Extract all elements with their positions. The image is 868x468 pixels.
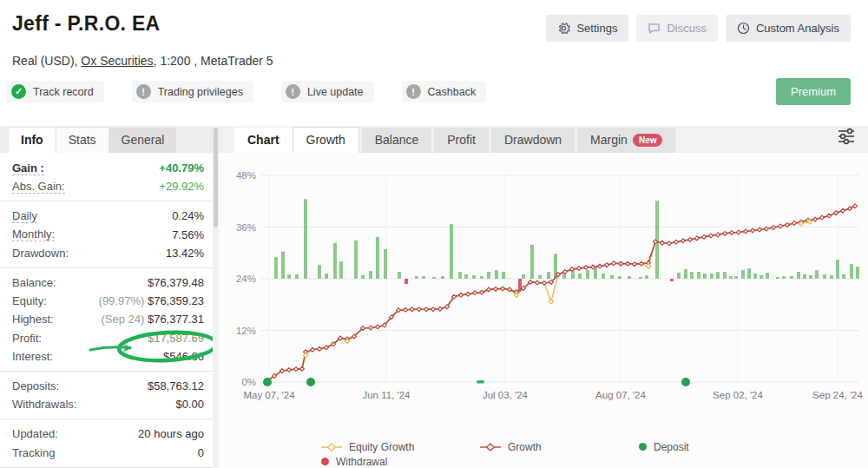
stat-row-updated: Updated: 20 hours ago (0, 425, 213, 443)
withdrawal-dot-icon (321, 458, 329, 465)
deposit-dot-icon (639, 443, 647, 451)
stats-sidebar: Info Stats General Gain : +40.79% Abs. G… (0, 126, 213, 468)
divider (0, 267, 213, 268)
tab-profit[interactable]: Profit (434, 128, 489, 153)
growth-chart-svg: May 07, '24Jun 11, '24Jul 03, '24Aug 07,… (219, 153, 868, 413)
growth-chart: May 07, '24Jun 11, '24Jul 03, '24Aug 07,… (219, 153, 868, 468)
stat-row-withdrawals: Withdrawals: $0.00 (0, 395, 213, 413)
profit-value: $17,587.69 (148, 332, 204, 345)
svg-text:Aug 07, '24: Aug 07, '24 (595, 390, 646, 400)
custom-analysis-button[interactable]: Custom Analysis (726, 15, 851, 42)
account-subtitle: Real (USD), Ox Securities, 1:200 , MetaT… (12, 54, 273, 68)
verification-badges: ✓ Track record ! Trading privileges ! Li… (7, 81, 486, 102)
stat-row-balance: Balance: $76,379.48 (0, 274, 213, 292)
account-type: Real (USD), (12, 54, 81, 68)
interest-value: $546.66 (163, 350, 204, 363)
exclamation-icon: ! (136, 84, 151, 99)
tab-chart[interactable]: Chart (234, 128, 293, 153)
chart-tab-bar: Chart Growth Balance Profit Drawdown Mar… (219, 126, 868, 153)
stats-list: Gain : +40.79% Abs. Gain: +29.92% Daily … (0, 153, 213, 462)
exclamation-icon: ! (286, 84, 300, 99)
svg-text:Sep 24, '24: Sep 24, '24 (812, 390, 863, 400)
account-platform: , 1:200 , MetaTrader 5 (154, 54, 273, 68)
updated-value: 20 hours ago (138, 427, 204, 440)
highest-value: (Sep 24) $76,377.31 (101, 313, 204, 326)
panel-scrollbar (213, 126, 219, 468)
exclamation-icon: ! (406, 84, 421, 99)
tab-balance[interactable]: Balance (362, 128, 432, 153)
legend-withdrawal[interactable]: Withdrawal (321, 455, 414, 468)
premium-button[interactable]: Premium (776, 78, 851, 105)
sliders-icon (837, 135, 856, 148)
gain-value: +40.79% (159, 161, 204, 175)
svg-text:24%: 24% (236, 274, 256, 284)
chart-settings-button[interactable] (835, 126, 858, 149)
legend-equity-growth[interactable]: Equity Growth (321, 440, 414, 453)
stat-row-drawdown: Drawdown: 13.42% (0, 244, 213, 262)
withdrawals-value: $0.00 (175, 398, 204, 411)
header-buttons: Settings Discuss Custom Analysis (546, 15, 851, 42)
svg-text:36%: 36% (236, 222, 256, 233)
equity-value: (99.97%) $76,359.23 (99, 294, 204, 307)
check-icon: ✓ (11, 84, 26, 99)
speech-bubble-icon (648, 23, 661, 35)
clock-icon (737, 22, 750, 35)
stat-row-profit: Profit: $17,587.69 (0, 329, 213, 347)
badge-track-record[interactable]: ✓ Track record (7, 81, 104, 102)
stat-row-daily: Daily 0.24% (0, 207, 213, 225)
tracking-value: 0 (198, 446, 204, 459)
header: Jeff - P.R.O. EA Real (USD), Ox Securiti… (0, 0, 868, 126)
discuss-button[interactable]: Discuss (636, 15, 718, 42)
badge-cashback[interactable]: ! Cashback (402, 81, 487, 102)
balance-value: $76,379.48 (148, 276, 204, 289)
stat-row-gain: Gain : +40.79% (0, 159, 213, 177)
tab-growth[interactable]: Growth (293, 127, 359, 153)
new-badge: New (633, 134, 663, 147)
svg-text:Sep 02, '24: Sep 02, '24 (713, 390, 763, 400)
stat-row-equity: Equity: (99.97%) $76,359.23 (0, 292, 213, 310)
drawdown-value: 13.42% (166, 247, 204, 260)
tab-general[interactable]: General (109, 128, 177, 153)
settings-button[interactable]: Settings (546, 15, 628, 42)
stat-row-tracking: Tracking 0 (0, 443, 213, 461)
page-title: Jeff - P.R.O. EA (12, 12, 161, 36)
gear-icon (557, 22, 570, 35)
svg-text:Jun 11, '24: Jun 11, '24 (362, 390, 411, 400)
deposits-value: $58,763.12 (148, 379, 204, 392)
tab-margin[interactable]: Margin New (577, 128, 675, 153)
legend-deposit[interactable]: Deposit (639, 440, 689, 453)
tab-stats[interactable]: Stats (56, 127, 109, 153)
divider (0, 419, 213, 419)
svg-text:May 07, '24: May 07, '24 (243, 390, 295, 400)
svg-text:0%: 0% (241, 377, 256, 387)
stat-row-highest: Highest: (Sep 24) $76,377.31 (0, 310, 213, 328)
abs-gain-value: +29.92% (159, 180, 204, 193)
chart-panel: Chart Growth Balance Profit Drawdown Mar… (219, 126, 868, 468)
divider (0, 201, 213, 201)
svg-text:48%: 48% (236, 170, 256, 181)
svg-text:12%: 12% (236, 326, 256, 336)
svg-text:Jul 03, '24: Jul 03, '24 (483, 390, 529, 400)
divider (0, 371, 213, 372)
stat-row-monthly: Monthly: 7.56% (0, 226, 213, 244)
tab-info[interactable]: Info (9, 128, 56, 153)
stat-row-deposits: Deposits: $58,763.12 (0, 377, 213, 395)
stat-row-interest: Interest: $546.66 (0, 347, 213, 366)
sidebar-tabs: Info Stats General (0, 126, 213, 153)
legend-growth[interactable]: Growth (480, 440, 542, 453)
badge-live-update[interactable]: ! Live update (281, 81, 374, 102)
stat-row-abs-gain: Abs. Gain: +29.92% (0, 177, 213, 195)
monthly-value: 7.56% (172, 228, 204, 241)
scrollbar-thumb[interactable] (214, 128, 218, 227)
tab-drawdown[interactable]: Drawdown (491, 128, 575, 153)
daily-value: 0.24% (172, 209, 204, 222)
badge-trading-privileges[interactable]: ! Trading privileges (132, 81, 253, 102)
broker-link[interactable]: Ox Securities (81, 54, 153, 68)
